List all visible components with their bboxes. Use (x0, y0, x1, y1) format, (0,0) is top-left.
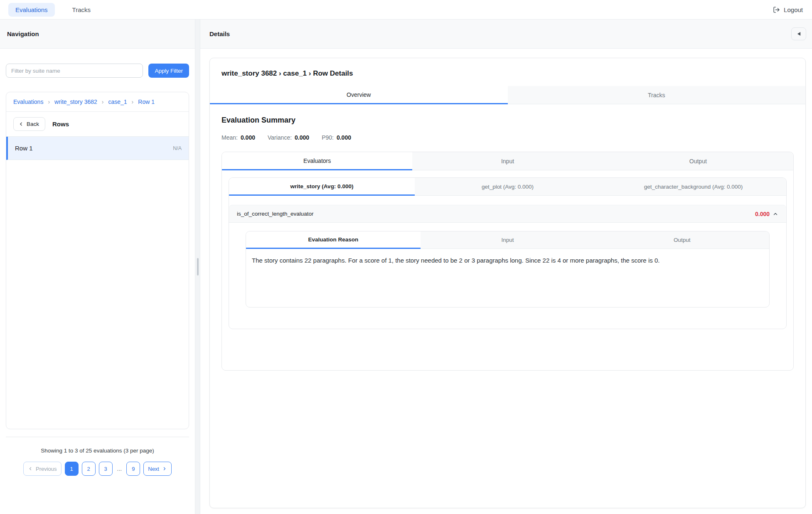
rows-card: Evaluations › write_story 3682 › case_1 … (6, 92, 189, 429)
chevron-right-separator-icon: › (48, 98, 50, 105)
chevron-left-icon (18, 121, 24, 127)
evaluator-content: is_of_correct_length_evaluator 0.000 (229, 196, 786, 329)
top-bar: Evaluations Tracks Logout (0, 0, 812, 20)
breadcrumb: Evaluations › write_story 3682 › case_1 … (6, 92, 189, 112)
chevron-right-separator-icon: › (102, 98, 104, 105)
previous-page-button[interactable]: Previous (23, 462, 62, 476)
stat-variance: Variance: 0.000 (268, 134, 309, 141)
navigation-header: Navigation (0, 20, 195, 49)
rows-empty-space (6, 160, 189, 429)
navigation-title: Navigation (7, 30, 39, 37)
panel-resizer[interactable] (195, 20, 200, 514)
tab-evaluation-reason[interactable]: Evaluation Reason (246, 231, 421, 249)
row-item-score-badge: N/A (173, 145, 182, 151)
collapse-panel-button[interactable] (791, 27, 806, 40)
chevron-right-icon (162, 466, 167, 471)
tab-evaluator-write-story[interactable]: write_story (Avg: 0.000) (229, 178, 415, 196)
navigation-panel: Navigation Apply Filter Evaluations › wr… (0, 20, 195, 514)
reason-tabs-box: Evaluation Reason Input Output The story… (246, 231, 770, 307)
tab-input[interactable]: Input (412, 152, 603, 170)
pagination-footer: Showing 1 to 3 of 25 evaluations (3 per … (6, 437, 189, 476)
filter-row: Apply Filter (6, 64, 189, 78)
chevron-up-icon (773, 211, 778, 217)
top-tab-tracks[interactable]: Tracks (72, 6, 91, 13)
tab-tracks[interactable]: Tracks (508, 86, 806, 104)
evaluation-summary-heading: Evaluation Summary (221, 116, 794, 125)
pagination-summary: Showing 1 to 3 of 25 evaluations (3 per … (6, 448, 189, 454)
breadcrumb-item-row[interactable]: Row 1 (138, 98, 155, 105)
stat-mean-value: 0.000 (241, 134, 255, 141)
overview-content: Evaluation Summary Mean: 0.000 Variance:… (210, 104, 805, 508)
details-panel: Details write_story 3682 › case_1 › Row … (200, 20, 812, 514)
stat-p90-value: 0.000 (337, 134, 351, 141)
stat-mean: Mean: 0.000 (221, 134, 255, 141)
summary-stats: Mean: 0.000 Variance: 0.000 P90: 0.000 (221, 134, 794, 141)
details-title: Details (209, 30, 230, 37)
evaluators-content: write_story (Avg: 0.000) get_plot (Avg: … (222, 170, 793, 370)
page-button-1[interactable]: 1 (65, 462, 79, 476)
suite-filter-input[interactable] (6, 64, 143, 78)
evaluation-reason-text: The story contains 22 paragraphs. For a … (246, 249, 769, 307)
app-body: Navigation Apply Filter Evaluations › wr… (0, 20, 812, 514)
stat-variance-value: 0.000 (295, 134, 309, 141)
back-button-label: Back (27, 121, 39, 127)
evaluator-score: 0.000 (755, 211, 778, 217)
breadcrumb-item-evaluations[interactable]: Evaluations (13, 98, 43, 105)
page-button-3[interactable]: 3 (99, 462, 113, 476)
summary-tabbar: Evaluators Input Output (222, 152, 793, 170)
top-nav: Evaluations Tracks (8, 3, 91, 17)
rows-toolbar: Back Rows (6, 112, 189, 137)
resizer-drag-handle-icon (197, 258, 199, 275)
tab-evaluator-get-plot[interactable]: get_plot (Avg: 0.000) (415, 178, 600, 196)
evaluator-accordion-body: Evaluation Reason Input Output The story… (229, 223, 786, 323)
pagination-ellipsis: ... (116, 465, 123, 472)
row-details-breadcrumb-title: write_story 3682 › case_1 › Row Details (210, 58, 805, 86)
collapse-left-triangle-icon (797, 32, 801, 36)
details-body: write_story 3682 › case_1 › Row Details … (200, 49, 812, 514)
tab-output[interactable]: Output (603, 152, 793, 170)
stat-variance-label: Variance: (268, 134, 292, 141)
logout-icon (773, 6, 780, 13)
rows-section-title: Rows (52, 121, 69, 128)
logout-button[interactable]: Logout (773, 6, 803, 13)
stat-p90: P90: 0.000 (322, 134, 351, 141)
tab-evaluator-get-character-background[interactable]: get_character_background (Avg: 0.000) (600, 178, 786, 196)
row-details-card: write_story 3682 › case_1 › Row Details … (209, 58, 806, 508)
page-button-2[interactable]: 2 (82, 462, 96, 476)
evaluator-tabbar: write_story (Avg: 0.000) get_plot (Avg: … (229, 178, 786, 196)
details-header: Details (200, 20, 812, 49)
evaluator-accordion-header[interactable]: is_of_correct_length_evaluator 0.000 (229, 205, 786, 223)
top-tab-evaluations[interactable]: Evaluations (8, 3, 55, 17)
reason-tabbar: Evaluation Reason Input Output (246, 231, 769, 249)
score-value: 0.000 (755, 211, 770, 217)
evaluator-name: is_of_correct_length_evaluator (237, 211, 314, 217)
chevron-right-separator-icon: › (132, 98, 134, 105)
stat-mean-label: Mean: (221, 134, 238, 141)
pagination-controls: Previous 1 2 3 ... 9 Next (6, 462, 189, 476)
chevron-left-icon (28, 466, 33, 471)
next-page-button[interactable]: Next (143, 462, 172, 476)
back-button[interactable]: Back (13, 117, 45, 131)
logout-label: Logout (784, 6, 803, 13)
tab-reason-output[interactable]: Output (595, 231, 769, 249)
next-page-label: Next (148, 466, 159, 472)
row-list-item-selected[interactable]: Row 1 N/A (6, 137, 189, 160)
row-item-label: Row 1 (15, 145, 33, 152)
stat-p90-label: P90: (322, 134, 334, 141)
details-tabbar: Overview Tracks (210, 86, 805, 104)
breadcrumb-item-suite[interactable]: write_story 3682 (54, 98, 97, 105)
summary-tabs-box: Evaluators Input Output write_story (Avg… (221, 152, 794, 371)
apply-filter-button[interactable]: Apply Filter (148, 64, 189, 78)
navigation-body: Apply Filter Evaluations › write_story 3… (0, 49, 195, 514)
previous-page-label: Previous (36, 466, 57, 472)
breadcrumb-item-case[interactable]: case_1 (108, 98, 127, 105)
tab-overview[interactable]: Overview (210, 86, 508, 104)
evaluator-tabs-box: write_story (Avg: 0.000) get_plot (Avg: … (229, 177, 787, 329)
tab-reason-input[interactable]: Input (421, 231, 595, 249)
page-button-9[interactable]: 9 (126, 462, 140, 476)
tab-evaluators[interactable]: Evaluators (222, 152, 412, 170)
